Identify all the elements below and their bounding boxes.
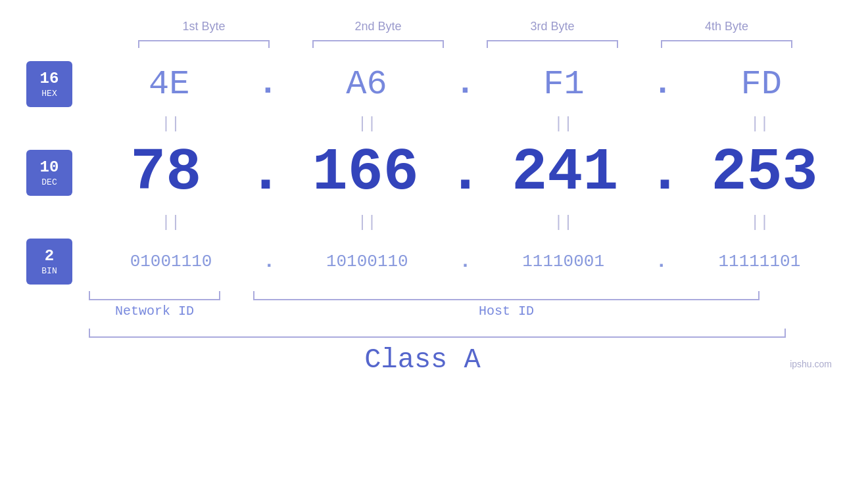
bracket-host [253,291,760,300]
dec-row: 78 . 166 . 241 . 253 [85,137,845,209]
hex-badge-spacer: 16 HEX [26,58,72,110]
hex-row: 4E . A6 . F1 . FD [85,58,845,110]
dec-badge-spacer: 10 DEC [26,137,72,209]
byte-labels-row: 1st Byte 2nd Byte 3rd Byte 4th Byte [117,20,814,34]
dec-byte-1: 78 [100,139,231,206]
bin-byte-4: 11111101 [694,252,825,271]
eq-5: || [105,214,237,231]
bin-base-name: BIN [41,266,57,276]
eq-3: || [498,115,629,133]
class-label: Class A [0,344,845,376]
bin-badge-spacer: 2 BIN [26,235,72,288]
eq-7: || [498,214,629,231]
byte-label-3: 3rd Byte [483,20,621,34]
bin-dot-1: . [263,252,275,271]
hex-byte-1: 4E [103,65,235,104]
eq-6: || [301,214,433,231]
hex-dot-1: . [258,67,278,101]
eq-2: || [301,115,433,133]
hex-base-name: HEX [41,89,57,99]
bin-base-number: 2 [45,247,54,266]
host-id-label: Host ID [253,304,760,319]
rows-section: 4E . A6 . F1 . FD || || || || 78 [85,58,845,288]
dec-badge: 10 DEC [26,150,72,196]
byte-label-1: 1st Byte [135,20,273,34]
hex-byte-2: A6 [301,65,432,104]
bin-byte-1: 01001110 [105,252,237,271]
eq-8: || [694,214,825,231]
dec-byte-4: 253 [699,139,831,206]
top-bracket-2 [312,40,444,48]
hex-badge: 16 HEX [26,61,72,107]
top-bracket-1 [138,40,270,48]
base-badges-column: 16 HEX 10 DEC 2 BIN [0,58,85,288]
content-area: 16 HEX 10 DEC 2 BIN [0,58,845,288]
top-bracket-4 [661,40,792,48]
dec-dot-3: . [647,143,683,202]
equals-row-1: || || || || [85,110,845,137]
dec-byte-3: 241 [499,139,631,206]
hex-byte-4: FD [696,65,827,104]
network-id-label: Network ID [89,304,220,319]
dec-byte-2: 166 [300,139,431,206]
full-bracket-row [89,329,786,338]
dec-dot-2: . [447,143,483,202]
top-bracket-3 [487,40,618,48]
eq-1: || [105,115,237,133]
network-host-labels: Network ID Host ID [89,304,786,319]
eq-4: || [694,115,825,133]
bin-dot-3: . [656,252,667,271]
dec-base-name: DEC [41,177,57,187]
hex-base-number: 16 [40,70,59,89]
hex-dot-3: . [652,67,673,101]
byte-label-2: 2nd Byte [309,20,447,34]
watermark: ipshu.com [790,359,832,369]
dec-dot-1: . [248,143,283,202]
dec-base-number: 10 [40,158,59,177]
bottom-brackets-row [89,291,786,300]
hex-byte-3: F1 [498,65,630,104]
bin-badge: 2 BIN [26,239,72,285]
bin-dot-2: . [459,252,471,271]
equals-row-2: || || || || [85,209,845,235]
bin-byte-3: 11110001 [498,252,629,271]
bottom-section: Network ID Host ID Class A ipshu.com [0,291,845,376]
hex-dot-2: . [455,67,475,101]
main-container: 1st Byte 2nd Byte 3rd Byte 4th Byte 16 H… [0,0,845,504]
bin-row: 01001110 . 10100110 . 11110001 . 1111110… [85,235,845,288]
byte-label-4: 4th Byte [658,20,796,34]
bin-byte-2: 10100110 [301,252,433,271]
top-brackets-row [117,40,814,48]
bracket-network [89,291,220,300]
